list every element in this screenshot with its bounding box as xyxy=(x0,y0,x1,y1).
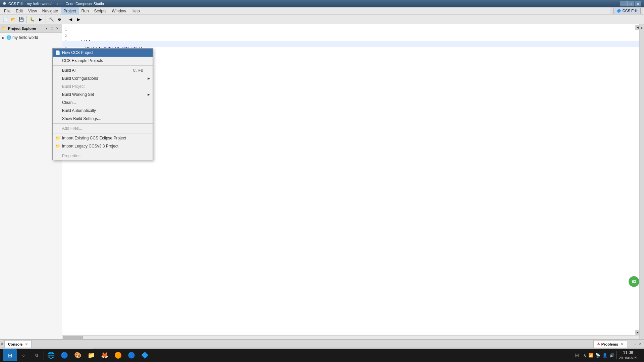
menu-sep4 xyxy=(53,151,153,151)
code-line-1: 1 xyxy=(65,27,641,33)
menu-build-automatically[interactable]: Build Automatically xyxy=(53,107,153,115)
toolbar-save[interactable]: 💾 xyxy=(17,16,25,23)
project-explorer-header: 📁 Project Explorer ▼ □ ✕ xyxy=(0,24,62,33)
project-name: my hello world xyxy=(12,35,38,40)
menu-navigate[interactable]: Navigate xyxy=(40,7,61,15)
menu-import-legacy[interactable]: 📁 Import Legacy CCSv3.3 Project xyxy=(53,142,153,150)
taskbar-paint[interactable]: 🎨 xyxy=(71,350,84,361)
toolbar-open[interactable]: 📂 xyxy=(9,16,17,23)
bottom-close-btn[interactable]: ✕ xyxy=(638,342,643,346)
taskbar-files[interactable]: 📁 xyxy=(85,350,98,361)
taskbar-search[interactable]: ○ xyxy=(17,349,30,361)
menu-run[interactable]: Run xyxy=(79,7,92,15)
problems-tab-id: ✕ xyxy=(621,343,624,346)
toolbar-settings[interactable]: ⚙ xyxy=(56,16,63,23)
task-view-btn[interactable]: ⧉ xyxy=(30,350,43,361)
perspective-area: 🔷 CCS Edit xyxy=(610,7,643,15)
files-icon: 📁 xyxy=(88,352,95,359)
build-automatically-label: Build Automatically xyxy=(62,108,96,113)
collapse-right-btn[interactable]: ▶ xyxy=(640,25,644,30)
toolbar-forward[interactable]: ▶ xyxy=(75,16,82,23)
taskbar-ie[interactable]: 🌐 xyxy=(45,350,57,361)
sys-tray-sep1 xyxy=(581,351,581,359)
project-explorer-icon: 📁 xyxy=(2,26,7,31)
problems-icon: ⚠ xyxy=(597,342,600,346)
maximize-button[interactable]: □ xyxy=(627,1,634,6)
import-legacy-icon: 📁 xyxy=(55,144,61,148)
menu-file[interactable]: File xyxy=(1,7,13,15)
taskbar-3d[interactable]: 🔷 xyxy=(139,350,151,361)
ccs-example-projects-label: CCS Example Projects xyxy=(62,58,103,63)
editor-scrollbar-horizontal[interactable] xyxy=(62,335,640,339)
menu-build-configurations[interactable]: Build Configurations xyxy=(53,74,153,82)
toolbar-build[interactable]: 🔨 xyxy=(48,16,55,23)
code-line-2: 2 xyxy=(65,33,641,39)
clock[interactable]: 11:08 2018/03/29 xyxy=(619,350,637,360)
minimize-button[interactable]: — xyxy=(620,1,627,6)
scroll-thumb-h[interactable] xyxy=(63,336,83,339)
build-configurations-label: Build Configurations xyxy=(62,76,98,81)
properties-label: Properties xyxy=(62,154,80,158)
menu-scripts[interactable]: Scripts xyxy=(92,7,109,15)
toolbar-new[interactable]: 📄 xyxy=(1,16,9,23)
menu-window[interactable]: Window xyxy=(109,7,129,15)
menu-help[interactable]: Help xyxy=(129,7,143,15)
bottom-maximize-btn[interactable]: □ xyxy=(633,342,637,346)
notification-badge[interactable]: 63 xyxy=(629,276,639,287)
project-tree: ▶ 🌐 my hello world xyxy=(0,33,62,42)
build-all-shortcut: Ctrl+B xyxy=(133,68,150,72)
menu-add-files: Add Files... xyxy=(53,124,153,132)
toolbar-run[interactable]: ▶ xyxy=(37,16,44,23)
new-ccs-project-label: New CCS Project xyxy=(62,50,93,55)
add-files-label: Add Files... xyxy=(62,126,82,131)
console-tab-area: ⧉ Console ✕ xyxy=(0,340,32,348)
taskbar-firefox[interactable]: 🦊 xyxy=(98,350,111,361)
console-tab[interactable]: Console ✕ xyxy=(4,340,32,348)
show-desktop-btn[interactable] xyxy=(639,349,641,361)
project-root-item[interactable]: ▶ 🌐 my hello world xyxy=(0,34,62,41)
firefox-icon: 🦊 xyxy=(101,352,108,359)
console-tab-icon: ⧉ xyxy=(0,342,4,346)
menu-edit[interactable]: Edit xyxy=(13,7,25,15)
taskbar-right: M ∧ 📶 📡 👤 🔊 11:08 2018/03/29 xyxy=(575,349,641,361)
build-all-label: Build All xyxy=(62,68,76,73)
main-area: 📁 Project Explorer ▼ □ ✕ ▶ 🌐 my hello wo… xyxy=(0,24,644,339)
toolbar-debug[interactable]: 🐛 xyxy=(29,16,36,23)
menu-build-working-set[interactable]: Build Working Set xyxy=(53,90,153,99)
taskbar-edge[interactable]: 🔵 xyxy=(58,350,71,361)
menu-ccs-example-projects[interactable]: CCS Example Projects xyxy=(53,57,153,65)
paint-icon: 🎨 xyxy=(74,352,82,359)
right-panel-controls: ▶ xyxy=(639,24,644,339)
minimize-panel-btn[interactable]: ▼ xyxy=(44,26,49,31)
network-icon: 📶 xyxy=(588,353,593,358)
toolbar-back[interactable]: ◀ xyxy=(67,16,74,23)
menu-sep1 xyxy=(53,65,153,66)
word-icon: 🔵 xyxy=(128,352,135,359)
menu-view[interactable]: View xyxy=(25,7,40,15)
taskbar-word[interactable]: 🔵 xyxy=(125,350,138,361)
menu-import-existing[interactable]: 📁 Import Existing CCS Eclipse Project xyxy=(53,134,153,142)
app-icon: ⚙ xyxy=(3,1,6,6)
wifi-icon: 📡 xyxy=(595,353,600,358)
menu-project[interactable]: Project xyxy=(61,7,78,15)
ccs-edit-perspective[interactable]: 🔷 CCS Edit xyxy=(613,8,641,14)
maximize-panel-btn[interactable]: □ xyxy=(50,26,54,31)
chevron-up-icon[interactable]: ∧ xyxy=(583,353,586,358)
show-build-settings-label: Show Build Settings... xyxy=(62,116,101,121)
close-button[interactable]: ✕ xyxy=(635,1,641,6)
bottom-minimize-btn[interactable]: — xyxy=(627,342,632,346)
problems-tab[interactable]: ⚠ Problems ✕ xyxy=(593,340,627,348)
sep xyxy=(612,8,612,13)
menu-new-ccs-project[interactable]: 📄 New CCS Project xyxy=(53,49,153,57)
taskbar-m-icon: M xyxy=(575,353,579,358)
taskbar-app1[interactable]: 🟠 xyxy=(112,350,124,361)
menu-show-build-settings[interactable]: Show Build Settings... xyxy=(53,115,153,123)
console-tab-id: ✕ xyxy=(25,343,28,346)
menu-build-all[interactable]: Build All Ctrl+B xyxy=(53,66,153,74)
start-button[interactable]: ⊞ xyxy=(3,349,17,361)
close-panel-btn[interactable]: ✕ xyxy=(55,26,60,31)
menu-clean[interactable]: Clean... xyxy=(53,99,153,107)
taskbar-search-icon: ○ xyxy=(22,353,25,358)
import-legacy-label: Import Legacy CCSv3.3 Project xyxy=(62,144,118,148)
project-explorer-title: Project Explorer xyxy=(8,26,37,31)
